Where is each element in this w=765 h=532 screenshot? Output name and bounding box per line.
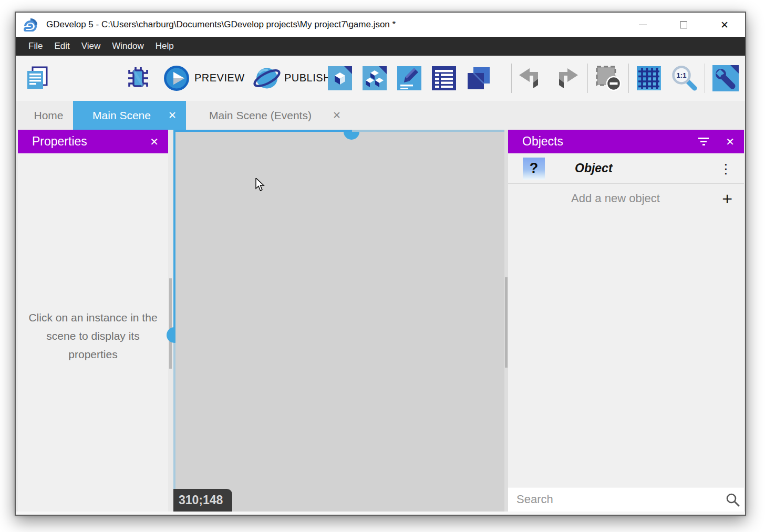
minimize-button[interactable] xyxy=(622,13,663,37)
menu-help[interactable]: Help xyxy=(150,37,180,56)
search-icon[interactable] xyxy=(721,493,744,507)
window-controls: ✕ xyxy=(622,13,745,37)
preview-label[interactable]: PREVIEW xyxy=(194,72,245,84)
objects-panel-title: Objects xyxy=(522,134,563,149)
add-object-label: Add a new object xyxy=(571,192,660,205)
add-object-row[interactable]: Add a new object + xyxy=(508,184,744,213)
scene-editor-icon[interactable] xyxy=(328,66,352,90)
project-manager-icon[interactable] xyxy=(24,66,49,91)
close-button[interactable]: ✕ xyxy=(704,13,745,37)
scene-canvas[interactable]: 310;148 xyxy=(175,130,504,512)
maximize-button[interactable] xyxy=(663,13,704,37)
publish-globe-icon[interactable] xyxy=(253,65,281,91)
toolbar-separator xyxy=(705,64,705,93)
properties-empty-message: Click on an instance in the scene to dis… xyxy=(18,308,168,363)
object-menu-dots-icon[interactable]: ⋮ xyxy=(719,153,732,184)
grid-icon[interactable] xyxy=(637,66,661,90)
events-sheet-icon[interactable] xyxy=(432,66,456,90)
objects-list-icon[interactable] xyxy=(363,66,387,90)
layers-icon[interactable] xyxy=(467,66,491,90)
tab-main-scene[interactable]: Main Scene ✕ xyxy=(73,101,186,130)
filter-icon[interactable] xyxy=(698,136,709,147)
maximize-icon xyxy=(680,22,687,28)
edit-scene-pencil-icon[interactable] xyxy=(397,66,421,90)
project-settings-wrench-icon[interactable] xyxy=(712,65,739,91)
window-title: GDevelop 5 - C:\Users\charburg\Documents… xyxy=(46,19,396,30)
tab-label: Main Scene xyxy=(92,109,151,122)
window-bottom-strip xyxy=(16,512,745,515)
zoom-1-1-icon[interactable]: 1:1 xyxy=(671,65,698,91)
object-name: Object xyxy=(575,161,613,175)
canvas-scrollbar-thumb[interactable] xyxy=(505,277,508,368)
toolbar-separator xyxy=(628,64,629,93)
preview-play-icon[interactable] xyxy=(163,65,190,91)
properties-close-icon[interactable]: ✕ xyxy=(150,130,159,153)
close-icon: ✕ xyxy=(720,20,729,30)
mouse-cursor-icon xyxy=(255,178,267,192)
objects-close-icon[interactable]: ✕ xyxy=(726,130,735,153)
properties-panel-header: Properties ✕ xyxy=(18,130,168,153)
canvas-top-divider[interactable] xyxy=(175,130,352,132)
tab-label: Home xyxy=(34,109,63,122)
toolbar-separator xyxy=(587,64,588,93)
publish-label[interactable]: PUBLISH xyxy=(284,72,331,84)
menu-file[interactable]: File xyxy=(23,37,48,56)
titlebar: GDevelop 5 - C:\Users\charburg\Documents… xyxy=(16,13,745,37)
object-list-item[interactable]: ? Object ⋮ xyxy=(508,153,744,184)
canvas-scrollbar-track[interactable] xyxy=(504,130,508,512)
tabbar: Home Main Scene ✕ Main Scene (Events) ✕ xyxy=(16,101,745,130)
gdevelop-logo-icon xyxy=(23,18,39,32)
properties-scrollbar[interactable] xyxy=(169,278,172,369)
debugger-icon[interactable] xyxy=(126,66,150,90)
tab-main-scene-events[interactable]: Main Scene (Events) ✕ xyxy=(186,101,350,130)
add-object-plus-icon[interactable]: + xyxy=(722,184,732,213)
deselect-mask-icon[interactable] xyxy=(595,65,622,91)
toolbar-separator xyxy=(511,64,512,93)
tab-close-icon[interactable]: ✕ xyxy=(333,109,341,121)
tab-home[interactable]: Home xyxy=(24,101,73,130)
objects-search-input[interactable] xyxy=(508,493,721,506)
objects-search-bar xyxy=(508,487,744,512)
cursor-coordinates-badge: 310;148 xyxy=(173,489,232,512)
properties-panel: Properties ✕ Click on an instance in the… xyxy=(18,130,168,512)
menubar: File Edit View Window Help xyxy=(16,37,745,56)
menu-window[interactable]: Window xyxy=(106,37,149,56)
undo-icon[interactable] xyxy=(518,68,542,89)
objects-panel: Objects ✕ ? Object ⋮ Add a new object + xyxy=(508,130,744,512)
svg-text:1:1: 1:1 xyxy=(677,71,687,79)
editor-content: Properties ✕ Click on an instance in the… xyxy=(16,130,745,512)
menu-edit[interactable]: Edit xyxy=(48,37,75,56)
toolbar: PREVIEW PUBLISH xyxy=(16,56,745,101)
canvas-top-drag-handle[interactable] xyxy=(344,132,359,140)
object-placeholder-icon: ? xyxy=(523,158,545,180)
redo-icon[interactable] xyxy=(555,68,579,89)
tab-close-icon[interactable]: ✕ xyxy=(168,109,177,121)
tab-label: Main Scene (Events) xyxy=(209,109,312,122)
cursor-coordinates: 310;148 xyxy=(179,493,223,507)
menu-view[interactable]: View xyxy=(76,37,107,56)
canvas-top-divider[interactable] xyxy=(352,130,504,132)
minimize-icon xyxy=(639,25,647,25)
objects-panel-header: Objects ✕ xyxy=(508,130,744,153)
properties-panel-title: Properties xyxy=(32,134,87,149)
app-window: GDevelop 5 - C:\Users\charburg\Documents… xyxy=(15,12,746,516)
